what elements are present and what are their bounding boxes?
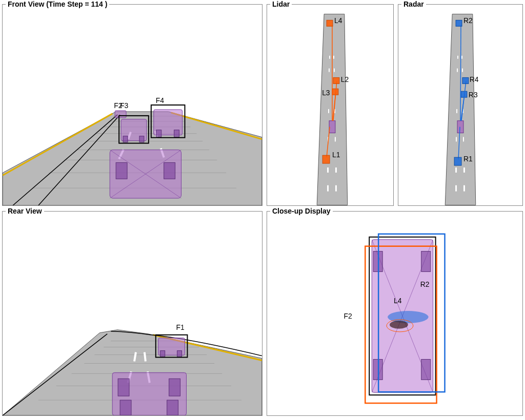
rear-view-canvas: F1 bbox=[3, 212, 262, 415]
svg-line-77 bbox=[145, 352, 146, 362]
svg-rect-58 bbox=[461, 56, 462, 59]
svg-rect-30 bbox=[335, 167, 337, 173]
svg-rect-35 bbox=[329, 69, 330, 72]
svg-rect-47 bbox=[455, 185, 457, 192]
lidar-L3-label: L3 bbox=[322, 89, 330, 97]
svg-rect-27 bbox=[327, 185, 329, 192]
svg-rect-48 bbox=[463, 185, 465, 192]
svg-rect-37 bbox=[329, 56, 330, 59]
lidar-panel: Lidar L1 L3 bbox=[267, 4, 394, 206]
closeup-fused-label: F2 bbox=[344, 312, 353, 320]
radar-panel: Radar R1 R3 bbox=[398, 4, 523, 206]
svg-rect-91 bbox=[421, 360, 431, 380]
lidar-L2-label: L2 bbox=[341, 75, 349, 83]
ego-vehicle-rear bbox=[112, 372, 186, 415]
closeup-panel: Close-up Display F2 L4 R2 bbox=[267, 211, 523, 416]
svg-rect-36 bbox=[334, 69, 335, 72]
svg-rect-52 bbox=[463, 137, 464, 141]
rear-view-panel: Rear View F1 bbox=[2, 211, 262, 416]
svg-rect-84 bbox=[169, 379, 180, 396]
svg-rect-85 bbox=[120, 400, 131, 415]
svg-rect-57 bbox=[457, 56, 458, 59]
lidar-L4-label: L4 bbox=[334, 16, 342, 25]
svg-rect-33 bbox=[328, 109, 329, 113]
svg-rect-49 bbox=[455, 167, 457, 173]
svg-rect-32 bbox=[335, 137, 336, 141]
svg-rect-18 bbox=[139, 136, 144, 142]
radar-ego bbox=[457, 121, 463, 133]
svg-rect-80 bbox=[177, 351, 182, 357]
radar-R1-label: R1 bbox=[463, 155, 473, 163]
svg-rect-25 bbox=[116, 162, 127, 179]
svg-point-92 bbox=[390, 321, 408, 329]
svg-rect-86 bbox=[167, 400, 178, 415]
svg-rect-40 bbox=[322, 155, 330, 163]
ego-vehicle-front bbox=[110, 150, 181, 199]
target-F1-label: F1 bbox=[176, 323, 185, 331]
front-view-panel: Front View (Time Step = 114 ) bbox=[2, 4, 262, 206]
svg-line-65 bbox=[460, 25, 461, 120]
svg-rect-22 bbox=[174, 130, 179, 137]
svg-rect-83 bbox=[118, 379, 129, 396]
svg-rect-55 bbox=[457, 69, 458, 72]
svg-rect-38 bbox=[333, 56, 334, 59]
svg-rect-17 bbox=[123, 136, 128, 142]
radar-canvas: R1 R3 R4 R2 bbox=[398, 5, 522, 205]
target-F3 bbox=[119, 116, 149, 143]
radar-R3-label: R3 bbox=[469, 91, 478, 99]
svg-rect-89 bbox=[421, 251, 431, 272]
lidar-ego bbox=[329, 121, 335, 133]
front-view-canvas: F2 F3 F4 bbox=[3, 5, 262, 205]
svg-rect-44 bbox=[333, 77, 339, 83]
radar-R4-label: R4 bbox=[470, 75, 479, 83]
svg-rect-79 bbox=[160, 351, 165, 357]
target-F1: F1 bbox=[156, 323, 188, 358]
lidar-canvas: L1 L3 L2 L4 bbox=[267, 5, 393, 205]
svg-rect-26 bbox=[164, 162, 175, 179]
closeup-radar-label: R2 bbox=[420, 280, 430, 288]
svg-rect-51 bbox=[456, 137, 457, 141]
svg-rect-21 bbox=[156, 130, 161, 137]
svg-rect-66 bbox=[456, 20, 462, 26]
target-F4-label: F4 bbox=[156, 96, 164, 104]
svg-rect-29 bbox=[327, 167, 329, 173]
svg-rect-15 bbox=[115, 111, 126, 118]
svg-rect-53 bbox=[456, 109, 457, 113]
svg-rect-50 bbox=[463, 167, 465, 173]
svg-rect-46 bbox=[327, 20, 333, 26]
svg-rect-28 bbox=[335, 185, 337, 192]
closeup-lidar-label: L4 bbox=[394, 297, 402, 305]
svg-rect-56 bbox=[462, 69, 463, 72]
svg-rect-64 bbox=[462, 77, 469, 83]
closeup-canvas: F2 L4 R2 bbox=[267, 212, 522, 415]
radar-R2-label: R2 bbox=[463, 16, 473, 25]
svg-rect-60 bbox=[454, 157, 461, 165]
target-F3-toplabel: F3 bbox=[120, 101, 128, 110]
target-F4: F4 bbox=[151, 96, 185, 138]
lidar-L1-label: L1 bbox=[332, 151, 340, 159]
